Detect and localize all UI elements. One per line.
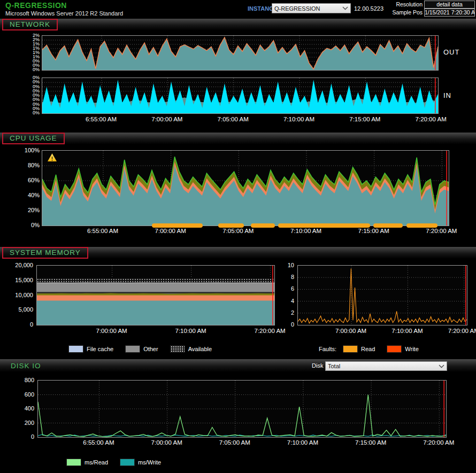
disk-select-value: Total [328,363,439,369]
available-swatch [170,345,185,353]
faults-legend-label: Faults: [319,346,336,352]
page-faults-chart[interactable] [297,265,467,325]
dashboard: Q-REGRESSION Microsoft Windows Server 20… [0,0,476,473]
tick-label: 7:15:00 AM [349,116,380,122]
network-in-chart[interactable] [42,77,439,114]
other-swatch [125,345,140,353]
tick-label: 4 [291,298,294,304]
memory-y-axis: 20,00015,00010,0005,0000 [6,265,34,324]
legend-item: Write [387,345,418,353]
tick-label: 7:00:00 AM [96,328,127,334]
ms-write-swatch [120,459,135,466]
disk-select[interactable]: Total [325,361,447,371]
tick-label: 60% [28,177,40,183]
tick-label: 7:15:00 AM [358,228,389,234]
tick-label: 15,000 [15,277,33,283]
tick-label: 20,000 [15,262,33,268]
instance-select[interactable]: Q-REGRESSION [272,3,351,13]
tick-label: 0% [33,110,40,115]
memory-legend: File cache Other Available [68,345,224,353]
cpu-section-title: CPU USAGE [2,133,65,144]
tick-label: 600 [25,391,34,398]
tick-label: 7:20:00 AM [423,439,454,446]
disk-select-label: Disk [312,362,323,369]
tick-label: 400 [25,405,34,412]
faults-x-axis: 7:00:00 AM7:10:00 AM7:20:00 AM [297,328,466,335]
resolution-field[interactable]: detail data [424,1,475,9]
cpu-x-axis: 6:55:00 AM7:00:00 AM7:05:00 AM7:10:00 AM… [42,228,448,235]
sample-pos-field[interactable]: 1/15/2021 7:20:30 AM [424,9,475,17]
netin-y-axis: 0%0%0%0%0%0%0%0%0% [16,77,41,113]
legend-item: Read [343,345,375,353]
tick-label: 2 [291,309,294,316]
tick-label: 7:05:00 AM [222,228,254,234]
tick-label: 7:10:00 AM [290,228,321,234]
tick-label: 7:20:00 AM [254,328,285,334]
tick-label: 10,000 [15,292,33,298]
tick-label: 100% [25,147,40,153]
tick-label: 7:10:00 AM [283,116,314,122]
memory-section-title: SYSTEM MEMORY [2,247,88,259]
faults-y-axis: 1086420 [280,265,295,324]
tick-label: 6 [291,285,294,292]
tick-label: 7:20:00 AM [416,116,447,122]
sample-pos-label: Sample Pos [384,9,423,15]
network-out-label: OUT [443,48,459,56]
tick-label: 800 [25,377,34,383]
faults-write-swatch [387,345,402,353]
faults-legend: Faults: Read Write [319,345,431,353]
alert-range-marker [406,223,437,228]
alert-range-marker [373,223,403,228]
resolution-label: Resolution [384,1,423,7]
alert-range-marker [152,223,203,228]
tick-label: 7:15:00 AM [355,439,386,446]
tick-label: 7:00:00 AM [335,328,366,334]
tick-label: 7:00:00 AM [151,116,182,122]
disk-y-axis: 8006004002000 [13,380,35,437]
memory-section-bar: SYSTEM MEMORY [0,247,476,259]
alert-range-marker [218,223,244,228]
network-x-axis: 6:55:00 AM7:00:00 AM7:05:00 AM7:10:00 AM… [42,116,437,123]
cpu-section-bar: CPU USAGE [0,133,476,144]
tick-label: 7:05:00 AM [219,439,250,446]
tick-label: 5,000 [18,306,33,313]
tick-label: 0 [30,321,33,328]
disk-legend: ms/Read ms/Write [66,459,173,466]
tick-label: 7:00:00 AM [151,439,182,446]
tick-label: 80% [28,162,40,168]
file-cache-swatch [68,345,83,353]
tick-label: 0% [33,67,40,72]
tick-label: 7:10:00 AM [391,328,423,334]
tick-label: 7:20:00 AM [448,328,476,334]
alert-range-marker [278,223,371,228]
tick-label: 200 [25,420,34,426]
cpu-y-axis: 100%80%60%40%20%0% [15,150,41,225]
chevron-down-icon [342,6,348,10]
tick-label: 6:55:00 AM [83,439,114,446]
tick-label: 6:55:00 AM [87,228,118,234]
tick-label: 6:55:00 AM [86,116,117,122]
tick-label: 7:00:00 AM [155,228,186,234]
tick-label: 0 [31,433,34,440]
faults-read-swatch [343,345,358,353]
memory-x-axis: 7:00:00 AM7:10:00 AM7:20:00 AM [36,328,274,335]
tick-label: 0% [31,222,40,228]
legend-item: ms/Read [66,459,108,466]
server-title: Q-REGRESSION [5,1,67,10]
version-number: 12.00.5223 [354,5,383,12]
cpu-alert-markers [42,223,449,228]
legend-item: Other [125,345,158,353]
network-out-chart[interactable] [42,35,439,71]
memory-usage-chart[interactable] [36,265,275,325]
os-subtitle: Microsoft Windows Server 2012 R2 Standar… [5,10,123,17]
disk-section-title: DISK IO [11,362,41,370]
disk-x-axis: 6:55:00 AM7:00:00 AM7:05:00 AM7:10:00 AM… [37,439,446,447]
tick-label: 8 [291,274,294,280]
network-in-label: IN [443,91,451,99]
network-section-title: NETWORK [2,19,58,30]
ms-read-swatch [66,459,81,466]
tick-label: 40% [28,192,40,198]
disk-io-chart[interactable] [37,380,447,438]
instance-value: Q-REGRESSION [274,5,342,12]
cpu-usage-chart[interactable]: ! [42,150,449,226]
